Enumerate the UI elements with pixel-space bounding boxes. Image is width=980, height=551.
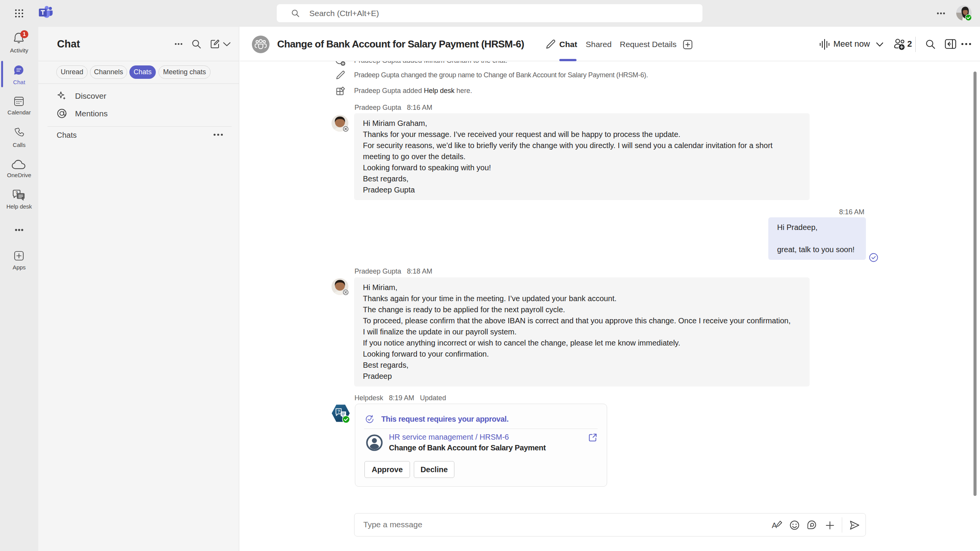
svg-text:A: A: [772, 521, 777, 530]
svg-text:?: ?: [338, 409, 340, 414]
